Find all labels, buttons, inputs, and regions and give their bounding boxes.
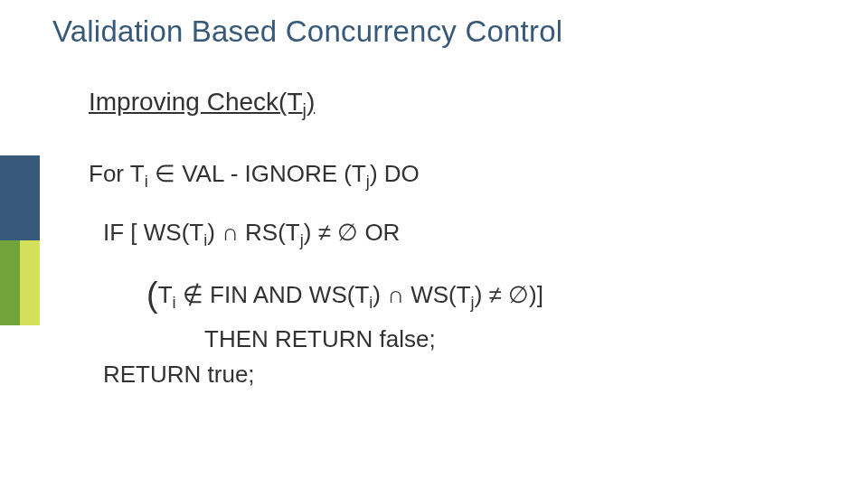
slide-title: Validation Based Concurrency Control [52,14,562,49]
algo-line-return: RETURN true; [103,359,812,390]
algo-line-if: IF [ WS(Ti) ∩ RS(Tj) ≠ ∅ OR [103,217,812,252]
slide-body: Improving Check(Tj) For Ti ∈ VAL - IGNOR… [89,85,812,390]
algo-line-cond2: (Ti ∉ FIN AND WS(Ti) ∩ WS(Tj) ≠ ∅)] [146,272,812,318]
algo-line-then: THEN RETURN false; [204,324,812,355]
section-heading: Improving Check(Tj) [89,85,812,122]
algo-line-for: For Ti ∈ VAL - IGNORE (Tj) DO [89,158,812,193]
slide-accent-decoration [0,155,40,325]
